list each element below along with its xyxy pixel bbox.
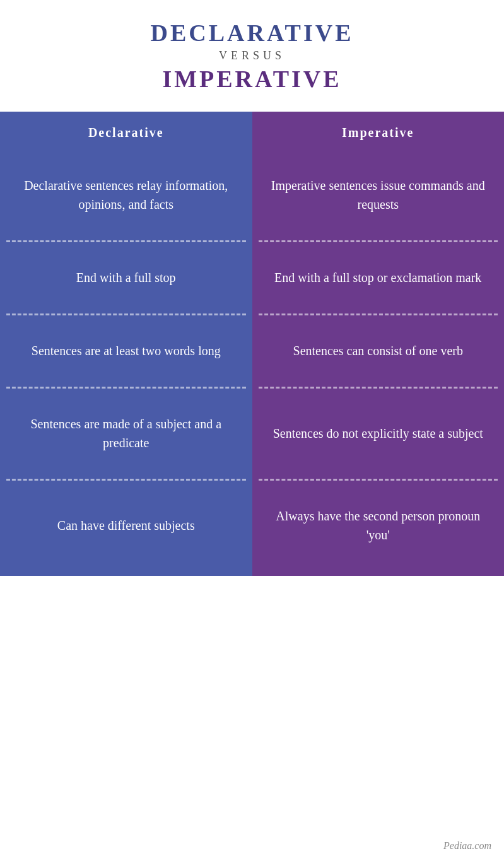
col-header-left: Declarative [0, 112, 252, 154]
table-row: Can have different subjects Always have … [0, 484, 504, 576]
cell-right-0: Imperative sentences issue commands and … [252, 154, 505, 236]
cell-left-0: Declarative sentences relay information,… [0, 154, 252, 236]
cell-text-left-4: Can have different subjects [57, 516, 195, 535]
cell-left-3: Sentences are made of a subject and a pr… [0, 392, 252, 474]
table-row: Sentences are at least two words long Se… [0, 319, 504, 382]
cell-text-left-3: Sentences are made of a subject and a pr… [19, 414, 233, 452]
cell-text-left-2: Sentences are at least two words long [32, 341, 221, 360]
table-row: Sentences are made of a subject and a pr… [0, 392, 504, 474]
cell-text-left-0: Declarative sentences relay information,… [19, 176, 233, 214]
cell-left-2: Sentences are at least two words long [0, 319, 252, 382]
title-versus: VERSUS [13, 49, 491, 62]
brand-label: Pediaa.com [443, 840, 491, 851]
cell-text-right-2: Sentences can consist of one verb [293, 341, 463, 360]
header: DECLARATIVE VERSUS IMPERATIVE [0, 0, 504, 112]
cell-text-right-1: End with a full stop or exclamation mark [274, 268, 481, 287]
cell-right-1: End with a full stop or exclamation mark [252, 246, 505, 309]
cell-right-2: Sentences can consist of one verb [252, 319, 505, 382]
dashed-divider-1 [0, 236, 504, 246]
table-row: End with a full stop End with a full sto… [0, 246, 504, 309]
title-imperative: IMPERATIVE [13, 65, 491, 93]
cell-left-4: Can have different subjects [0, 484, 252, 576]
cell-left-1: End with a full stop [0, 246, 252, 309]
col-header-label-left: Declarative [88, 126, 164, 139]
cell-text-left-1: End with a full stop [76, 268, 176, 287]
cell-right-4: Always have the second person pronoun 'y… [252, 484, 505, 576]
cell-text-right-3: Sentences do not explicitly state a subj… [273, 424, 483, 443]
title-declarative: DECLARATIVE [13, 19, 491, 47]
cell-text-right-4: Always have the second person pronoun 'y… [271, 507, 486, 544]
dashed-divider-2 [0, 309, 504, 319]
table-row: Declarative sentences relay information,… [0, 154, 504, 236]
col-header-label-right: Imperative [342, 126, 414, 139]
comparison-table: Declarative Imperative Declarative sente… [0, 112, 504, 834]
column-header-row: Declarative Imperative [0, 112, 504, 154]
col-header-right: Imperative [252, 112, 505, 154]
cell-text-right-0: Imperative sentences issue commands and … [271, 176, 486, 214]
dashed-divider-4 [0, 474, 504, 484]
footer: Pediaa.com [0, 834, 504, 861]
dashed-divider-3 [0, 382, 504, 392]
cell-right-3: Sentences do not explicitly state a subj… [252, 392, 505, 474]
